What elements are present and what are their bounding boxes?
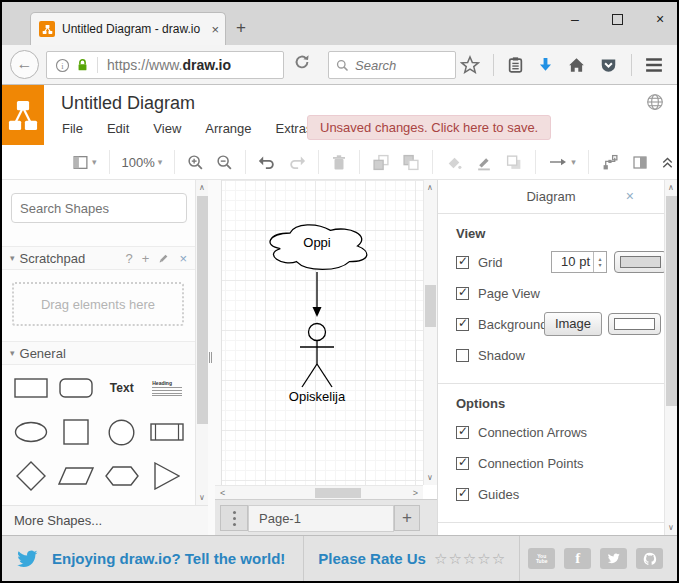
connector-arrow[interactable] (313, 272, 322, 317)
maximize-button[interactable] (612, 14, 623, 25)
unsaved-changes-notice[interactable]: Unsaved changes. Click here to save. (307, 115, 551, 140)
github-icon[interactable] (636, 548, 663, 569)
scratchpad-add-icon[interactable]: + (142, 251, 150, 266)
shape-search-box[interactable] (11, 193, 187, 223)
to-front-button[interactable] (372, 154, 390, 171)
background-color-button[interactable] (608, 313, 661, 335)
cloud-label[interactable]: Oppi (303, 235, 331, 250)
url-bar[interactable]: i https://www.draw.io (46, 51, 284, 79)
tab-close-icon[interactable]: × (211, 22, 219, 37)
browser-search-bar[interactable] (328, 51, 456, 79)
scratchpad-edit-icon[interactable] (158, 252, 170, 264)
scroll-down-icon[interactable]: ∨ (196, 493, 208, 502)
background-image-button[interactable]: Image (544, 312, 602, 336)
youtube-icon[interactable]: You Tube (528, 548, 555, 569)
new-tab-button[interactable]: + (236, 18, 246, 38)
scroll-down-icon[interactable]: ∨ (424, 473, 436, 482)
twitter-bird-icon[interactable] (14, 548, 40, 570)
shape-text[interactable]: Text (99, 372, 145, 404)
format-panel-scrollbar-thumb[interactable] (666, 196, 677, 406)
background-checkbox[interactable] (456, 318, 469, 331)
format-panel-scrollbar[interactable]: ∧ ∨ (664, 180, 678, 535)
canvas-horizontal-scrollbar[interactable]: < > (215, 485, 423, 499)
drawing-canvas[interactable]: Oppi Opiskelija (215, 180, 423, 485)
insert-button[interactable] (632, 154, 648, 171)
shape-search-input[interactable] (20, 201, 196, 216)
shape-rectangle[interactable] (8, 372, 54, 404)
bookmark-star-icon[interactable] (460, 55, 480, 75)
shape-textbox[interactable]: Heading (145, 372, 191, 404)
general-section-header[interactable]: ▾ General (2, 341, 195, 365)
shape-diamond[interactable] (8, 460, 54, 492)
waypoints-button[interactable] (601, 154, 620, 171)
stepper-arrows[interactable]: ▴▾ (593, 252, 606, 272)
zoom-in-button[interactable] (187, 154, 204, 171)
redo-button[interactable] (288, 154, 306, 170)
back-button[interactable]: ← (10, 50, 39, 79)
delete-button[interactable] (331, 154, 347, 171)
shape-process[interactable] (145, 416, 191, 448)
reload-icon[interactable] (293, 53, 311, 71)
star-icon[interactable]: ☆ (492, 550, 505, 568)
scratchpad-section-header[interactable]: ▾ Scratchpad ? + × (2, 246, 195, 270)
scroll-up-icon[interactable]: ∧ (196, 183, 208, 192)
shape-parallelogram[interactable] (54, 460, 100, 492)
canvas-hscroll-thumb[interactable] (315, 488, 361, 498)
canvas-vscroll-thumb[interactable] (425, 285, 436, 327)
browser-search-input[interactable] (355, 58, 443, 73)
scratchpad-close-icon[interactable]: × (179, 251, 187, 266)
grid-color-button[interactable] (614, 251, 664, 273)
shape-triangle[interactable] (145, 460, 191, 492)
add-page-button[interactable]: + (394, 505, 420, 531)
pages-menu-button[interactable] (220, 505, 248, 531)
shadow-button[interactable] (505, 154, 523, 171)
scroll-left-icon[interactable]: < (220, 486, 225, 500)
more-shapes-link[interactable]: More Shapes... (2, 505, 208, 535)
star-icon[interactable]: ☆ (477, 550, 490, 568)
undo-button[interactable] (258, 154, 276, 170)
actor-shape[interactable] (300, 324, 334, 388)
facebook-icon[interactable]: f (564, 548, 591, 569)
star-icon[interactable]: ☆ (434, 550, 447, 568)
zoom-level-dropdown[interactable]: 100% ▾ (122, 155, 163, 170)
scratchpad-dropzone[interactable]: Drag elements here (12, 282, 184, 326)
browser-tab[interactable]: Untitled Diagram - draw.io × (30, 12, 226, 45)
star-icon[interactable]: ☆ (448, 550, 461, 568)
twitter-icon[interactable] (600, 548, 627, 569)
grid-size-stepper[interactable]: 10 pt ▴▾ (551, 251, 607, 273)
page-view-checkbox[interactable] (456, 287, 469, 300)
bookmarks-clipboard-icon[interactable] (507, 56, 524, 74)
minimize-button[interactable]: – (566, 11, 584, 27)
connection-arrows-checkbox[interactable] (456, 426, 469, 439)
menu-file[interactable]: File (62, 121, 83, 136)
scroll-up-icon[interactable]: ∧ (424, 183, 436, 192)
menu-view[interactable]: View (153, 121, 181, 136)
format-panel-close-icon[interactable]: × (626, 188, 634, 204)
canvas-vertical-scrollbar[interactable]: ∧ ∨ (423, 180, 437, 485)
menu-hamburger-icon[interactable] (645, 57, 663, 73)
scroll-down-icon[interactable]: ∨ (665, 523, 677, 532)
shape-square[interactable] (54, 416, 100, 448)
share-link[interactable]: Enjoying draw.io? Tell the world! (52, 550, 285, 567)
line-color-button[interactable] (475, 154, 493, 171)
shadow-checkbox[interactable] (456, 349, 469, 362)
actor-label[interactable]: Opiskelija (289, 389, 346, 404)
scratchpad-help-icon[interactable]: ? (126, 251, 133, 266)
collapse-toolbar-icon[interactable] (660, 155, 675, 170)
sidebar-scrollbar-thumb[interactable] (197, 196, 208, 424)
shape-hexagon[interactable] (99, 460, 145, 492)
fill-color-button[interactable] (445, 154, 463, 171)
url-text[interactable]: https://www.draw.io (97, 57, 231, 73)
scroll-right-icon[interactable]: > (413, 486, 418, 500)
info-icon[interactable]: i (55, 58, 70, 73)
downloads-icon[interactable] (537, 56, 554, 74)
language-globe-icon[interactable] (646, 93, 664, 111)
grid-checkbox[interactable] (456, 256, 469, 269)
shape-rounded-rectangle[interactable] (54, 372, 100, 404)
to-back-button[interactable] (402, 154, 420, 171)
star-icon[interactable]: ☆ (463, 550, 476, 568)
sidebar-splitter[interactable] (208, 180, 215, 535)
zoom-out-button[interactable] (216, 154, 233, 171)
sidebar-scrollbar[interactable]: ∧ ∨ (195, 180, 208, 505)
home-icon[interactable] (567, 56, 586, 74)
